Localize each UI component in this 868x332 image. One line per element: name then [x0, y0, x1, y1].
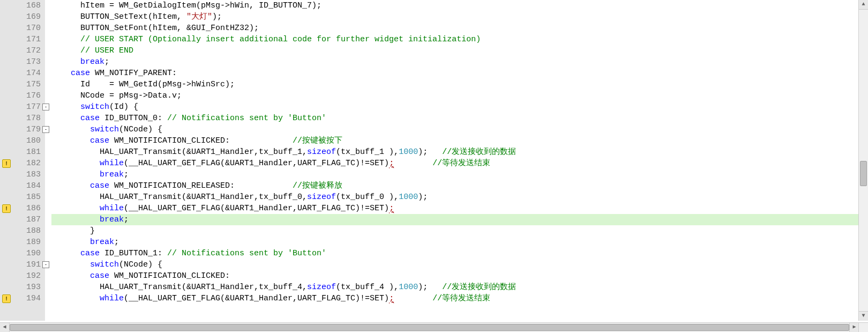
- code-line[interactable]: NCode = pMsg->Data.v;: [51, 90, 868, 101]
- gutter-line[interactable]: 171: [0, 34, 45, 45]
- vertical-scrollbar[interactable]: ▲ ▼: [858, 0, 868, 321]
- fold-icon[interactable]: -: [42, 126, 49, 133]
- code-line[interactable]: switch(NCode) {: [51, 124, 868, 135]
- code-line[interactable]: break;: [51, 56, 868, 68]
- gutter-line[interactable]: 179-: [0, 124, 45, 135]
- warning-icon[interactable]: !: [2, 294, 11, 303]
- code-line[interactable]: switch(NCode) {: [51, 259, 868, 270]
- gutter-line[interactable]: 187: [0, 214, 45, 225]
- gutter-line[interactable]: 186!: [0, 203, 45, 214]
- gutter-line[interactable]: 180: [0, 135, 45, 146]
- code-line[interactable]: BUTTON_SetText(hItem, "大灯");: [51, 11, 868, 23]
- line-number: 176: [26, 91, 41, 100]
- gutter-line[interactable]: 183: [0, 169, 45, 180]
- gutter-line[interactable]: 176: [0, 90, 45, 101]
- token: [51, 35, 80, 44]
- token: break: [90, 238, 114, 247]
- gutter-line[interactable]: 184: [0, 180, 45, 191]
- token: // Notifications sent by 'Button': [167, 114, 326, 123]
- token: case: [90, 271, 109, 281]
- line-number: 185: [26, 193, 41, 202]
- line-number: 181: [26, 147, 41, 157]
- token: case: [80, 249, 100, 258]
- fold-icon[interactable]: -: [42, 261, 49, 268]
- code-line[interactable]: case ID_BUTTON_1: // Notifications sent …: [51, 248, 868, 259]
- line-number: 175: [26, 80, 41, 89]
- code-line[interactable]: switch(Id) {: [51, 101, 868, 113]
- code-area[interactable]: hItem = WM_GetDialogItem(pMsg->hWin, ID_…: [45, 0, 868, 321]
- code-line[interactable]: while(__HAL_UART_GET_FLAG(&UART1_Handler…: [51, 293, 868, 304]
- code-line[interactable]: case WM_NOTIFY_PARENT:: [51, 68, 868, 79]
- token: (__HAL_UART_GET_FLAG(&UART1_Handler,UART…: [124, 204, 389, 213]
- vertical-scroll-thumb[interactable]: [860, 161, 867, 186]
- token: break: [80, 57, 104, 67]
- gutter-line[interactable]: 190: [0, 248, 45, 259]
- token: );: [418, 193, 428, 202]
- line-number: 179: [26, 125, 41, 134]
- line-number: 192: [26, 271, 41, 281]
- scroll-up-arrow-icon[interactable]: ▲: [859, 0, 868, 10]
- gutter-line[interactable]: 178: [0, 113, 45, 124]
- code-line[interactable]: break;: [51, 214, 868, 225]
- token: (tx_buff_4 ),: [336, 283, 399, 292]
- token: [51, 294, 100, 303]
- scroll-down-arrow-icon[interactable]: ▼: [859, 311, 868, 321]
- code-line[interactable]: HAL_UART_Transmit(&UART1_Handler,tx_buff…: [51, 282, 868, 293]
- code-line[interactable]: // USER START (Optionally insert additio…: [51, 34, 868, 45]
- code-line[interactable]: case WM_NOTIFICATION_CLICKED: //按键被按下: [51, 135, 868, 146]
- warning-icon[interactable]: !: [2, 204, 11, 213]
- code-line[interactable]: break;: [51, 237, 868, 248]
- code-editor[interactable]: 168169170171172173174175176177-178179-18…: [0, 0, 868, 321]
- gutter-line[interactable]: 193: [0, 282, 45, 293]
- gutter-line[interactable]: 181: [0, 146, 45, 158]
- gutter-line[interactable]: 174: [0, 68, 45, 79]
- fold-icon[interactable]: -: [42, 104, 49, 110]
- code-line[interactable]: case WM_NOTIFICATION_RELEASED: //按键被释放: [51, 180, 868, 191]
- token: case: [90, 136, 109, 145]
- code-line[interactable]: case WM_NOTIFICATION_CLICKED:: [51, 270, 868, 282]
- line-number: 178: [26, 114, 41, 123]
- code-line[interactable]: case ID_BUTTON_0: // Notifications sent …: [51, 113, 868, 124]
- gutter-line[interactable]: 189: [0, 237, 45, 248]
- token: case: [80, 114, 100, 123]
- gutter-line[interactable]: 192: [0, 270, 45, 282]
- token: WM_NOTIFICATION_CLICKED:: [109, 136, 293, 145]
- gutter-line[interactable]: 188: [0, 225, 45, 237]
- token: switch: [80, 102, 109, 112]
- gutter-line[interactable]: 191-: [0, 259, 45, 270]
- line-number: 184: [26, 181, 41, 190]
- code-line[interactable]: hItem = WM_GetDialogItem(pMsg->hWin, ID_…: [51, 0, 868, 11]
- code-line[interactable]: }: [51, 225, 868, 237]
- gutter-line[interactable]: 168: [0, 0, 45, 11]
- gutter-line[interactable]: 185: [0, 191, 45, 203]
- token: ;: [124, 215, 129, 224]
- token: (tx_buff_0 ),: [336, 193, 399, 202]
- gutter-line[interactable]: 177-: [0, 101, 45, 113]
- gutter-line[interactable]: 173: [0, 56, 45, 68]
- warning-icon[interactable]: !: [2, 159, 11, 168]
- gutter-line[interactable]: 169: [0, 11, 45, 23]
- gutter-line[interactable]: 175: [0, 79, 45, 90]
- line-number: 183: [26, 170, 41, 179]
- code-line[interactable]: HAL_UART_Transmit(&UART1_Handler,tx_buff…: [51, 146, 868, 158]
- token: ID_BUTTON_0:: [100, 114, 167, 123]
- gutter[interactable]: 168169170171172173174175176177-178179-18…: [0, 0, 45, 321]
- code-line[interactable]: BUTTON_SetFont(hItem, &GUI_FontHZ32);: [51, 23, 868, 34]
- gutter-line[interactable]: 182!: [0, 158, 45, 169]
- gutter-line[interactable]: 172: [0, 45, 45, 56]
- gutter-line[interactable]: 170: [0, 23, 45, 34]
- code-line[interactable]: while(__HAL_UART_GET_FLAG(&UART1_Handler…: [51, 203, 868, 214]
- line-number: 173: [26, 57, 41, 67]
- code-line[interactable]: break;: [51, 169, 868, 180]
- token: //按键被释放: [293, 181, 342, 190]
- line-number: 191: [26, 260, 41, 269]
- token: hItem = WM_GetDialogItem(pMsg->hWin, ID_…: [51, 1, 321, 10]
- code-line[interactable]: // USER END: [51, 45, 868, 56]
- code-line[interactable]: Id = WM_GetId(pMsg->hWinSrc);: [51, 79, 868, 90]
- line-number: 172: [26, 46, 41, 55]
- token: }: [51, 226, 95, 235]
- code-line[interactable]: HAL_UART_Transmit(&UART1_Handler,tx_buff…: [51, 191, 868, 203]
- code-line[interactable]: while(__HAL_UART_GET_FLAG(&UART1_Handler…: [51, 158, 868, 169]
- gutter-line[interactable]: 194!: [0, 293, 45, 304]
- token: //等待发送结束: [432, 159, 490, 168]
